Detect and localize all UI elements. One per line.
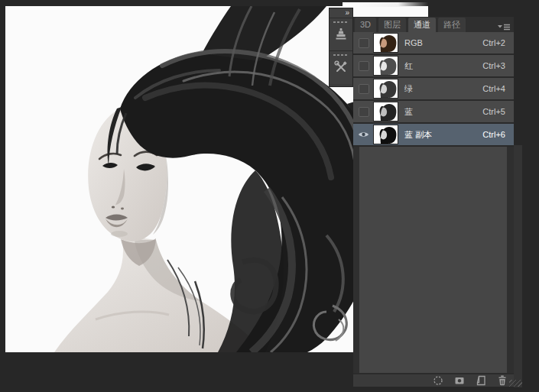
panel-resize-grip[interactable]: [509, 380, 522, 387]
panel-frame-edge: [514, 145, 522, 387]
channel-row-blue-copy[interactable]: 蓝 副本 Ctrl+6: [353, 124, 514, 147]
empty-eye-well: [359, 84, 369, 94]
channels-list-empty-area: [353, 147, 514, 373]
channel-name: 红: [404, 60, 413, 72]
channel-shortcut: Ctrl+2: [482, 38, 505, 47]
tab-layers[interactable]: 图层: [378, 18, 406, 32]
channel-name: 蓝 副本: [404, 129, 432, 141]
eye-icon: [358, 131, 369, 138]
save-selection-as-channel-icon: [454, 375, 465, 386]
visibility-toggle[interactable]: [358, 37, 369, 49]
channels-list-background: [359, 147, 507, 373]
channel-name: 蓝: [404, 106, 413, 118]
channel-name: RGB: [404, 38, 423, 47]
new-channel-button[interactable]: [473, 375, 488, 386]
channel-thumbnail: [374, 79, 398, 98]
panel-label-dashes: [333, 54, 349, 56]
collapse-panels-button[interactable]: »: [330, 8, 352, 18]
tab-3d[interactable]: 3D: [355, 18, 376, 32]
visibility-toggle[interactable]: [358, 60, 369, 72]
visibility-toggle[interactable]: [358, 106, 369, 118]
panel-menu-icon[interactable]: [497, 21, 511, 29]
tab-paths[interactable]: 路径: [438, 18, 466, 32]
channel-thumbnail: [374, 102, 398, 121]
channel-shortcut: Ctrl+5: [482, 107, 505, 116]
tool-presets-icon: [333, 60, 349, 75]
empty-eye-well: [359, 61, 369, 71]
visibility-toggle[interactable]: [358, 129, 369, 141]
save-selection-as-channel-button[interactable]: [452, 375, 466, 386]
channel-row-green[interactable]: 绿 Ctrl+4: [353, 78, 514, 101]
channel-row-rgb[interactable]: RGB Ctrl+2: [353, 32, 514, 55]
photoshop-workspace: { "app": { "background_color": "#272727"…: [0, 0, 539, 392]
delete-channel-button[interactable]: [495, 375, 509, 386]
load-channel-as-selection-button[interactable]: [430, 375, 445, 386]
panel-tab-bar: 3D 图层 通道 路径: [353, 17, 514, 32]
channels-panel: 3D 图层 通道 路径 RGB Ctrl+2 红 Ctrl+3 绿: [353, 17, 514, 387]
panel-label-dashes: [333, 21, 349, 23]
tool-presets-panel-button[interactable]: [330, 51, 352, 84]
channel-name: 绿: [404, 83, 413, 95]
channel-shortcut: Ctrl+3: [482, 61, 505, 70]
channel-shortcut: Ctrl+4: [482, 84, 505, 93]
delete-channel-icon: [497, 375, 508, 386]
collapsed-panel-dock: »: [329, 8, 353, 87]
channel-thumbnail: [374, 57, 398, 75]
canvas-top-sliver: [343, 2, 428, 7]
channel-row-blue[interactable]: 蓝 Ctrl+5: [353, 101, 514, 124]
tab-channels[interactable]: 通道: [408, 18, 436, 32]
channel-shortcut: Ctrl+6: [482, 130, 505, 139]
visibility-toggle[interactable]: [358, 83, 369, 95]
clone-source-icon: [333, 27, 349, 42]
empty-eye-well: [359, 107, 369, 117]
empty-eye-well: [359, 38, 369, 48]
channel-thumbnail: [374, 34, 398, 52]
channel-row-red[interactable]: 红 Ctrl+3: [353, 55, 514, 78]
load-channel-as-selection-icon: [433, 375, 443, 386]
new-channel-icon: [476, 375, 486, 386]
clone-source-panel-button[interactable]: [330, 18, 352, 51]
channel-thumbnail: [374, 125, 398, 144]
channels-panel-footer: [353, 373, 514, 387]
